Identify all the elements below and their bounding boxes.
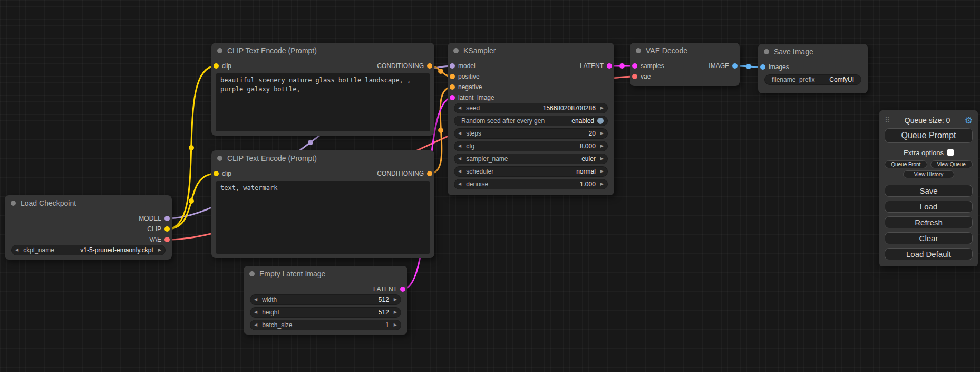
node-title: Empty Latent Image [259,270,325,278]
input-slot-clip[interactable] [214,171,219,176]
increment-arrow-icon[interactable]: ▶ [600,144,604,148]
node-title-bar[interactable]: Save Image [758,44,868,60]
increment-arrow-icon[interactable]: ▶ [158,248,161,252]
node-empty-latent-image[interactable]: Empty Latent Image LATENT ◀ width 512 ▶ … [244,266,407,335]
toggle-dot-icon[interactable] [597,118,604,124]
decrement-arrow-icon[interactable]: ◀ [15,248,18,252]
widget-label: ckpt_name [23,246,54,254]
increment-arrow-icon[interactable]: ▶ [394,310,397,314]
widget-height[interactable]: ◀ height 512 ▶ [250,307,401,318]
increment-arrow-icon[interactable]: ▶ [394,323,397,327]
node-title-bar[interactable]: VAE Decode [630,43,740,59]
collapse-dot-icon[interactable] [636,48,641,53]
decrement-arrow-icon[interactable]: ◀ [458,144,461,148]
prompt-textarea[interactable]: text, watermark [216,181,430,254]
decrement-arrow-icon[interactable]: ◀ [458,157,461,161]
input-slot-clip[interactable] [214,63,219,69]
collapse-dot-icon[interactable] [217,48,222,53]
increment-arrow-icon[interactable]: ▶ [394,298,397,302]
output-slot-conditioning[interactable] [427,171,432,176]
refresh-button[interactable]: Refresh [885,216,973,228]
decrement-arrow-icon[interactable]: ◀ [254,298,257,302]
increment-arrow-icon[interactable]: ▶ [600,131,604,136]
widget-value: 1.000 [580,180,596,188]
input-slot-vae[interactable] [632,74,637,79]
output-slot-latent[interactable] [400,287,405,292]
view-queue-button[interactable]: View Queue [930,160,973,168]
link-midpoint-clip-negative [189,198,194,204]
collapse-dot-icon[interactable] [249,271,255,276]
decrement-arrow-icon[interactable]: ◀ [254,310,257,314]
decrement-arrow-icon[interactable]: ◀ [254,323,257,327]
node-load-checkpoint[interactable]: Load Checkpoint MODEL CLIP VAE ◀ ckpt_na… [5,195,172,260]
queue-prompt-button[interactable]: Queue Prompt [885,128,973,143]
node-clip-text-encode-positive[interactable]: CLIP Text Encode (Prompt) clip CONDITION… [211,43,434,136]
view-history-button[interactable]: View History [903,170,954,178]
node-clip-text-encode-negative[interactable]: CLIP Text Encode (Prompt) clip CONDITION… [211,150,434,258]
load-default-button[interactable]: Load Default [885,248,973,260]
increment-arrow-icon[interactable]: ▶ [600,182,604,186]
output-slot-image[interactable] [732,63,738,69]
queue-small-buttons-row: Queue Front View Queue [885,160,973,168]
node-title-bar[interactable]: CLIP Text Encode (Prompt) [211,43,434,59]
increment-arrow-icon[interactable]: ▶ [600,106,604,110]
decrement-arrow-icon[interactable]: ◀ [458,106,461,110]
widget-random-seed-toggle[interactable]: Random seed after every gen enabled [454,116,608,126]
input-slot-negative[interactable] [450,84,455,90]
output-slot-clip[interactable] [164,226,170,232]
collapse-dot-icon[interactable] [453,48,459,53]
node-title-bar[interactable]: KSampler [448,43,614,59]
input-slot-images[interactable] [760,64,765,70]
save-button[interactable]: Save [885,185,973,197]
extra-options-checkbox[interactable] [947,149,954,156]
output-slot-model[interactable] [164,216,170,221]
widget-batch-size[interactable]: ◀ batch_size 1 ▶ [250,320,401,330]
widget-steps[interactable]: ◀ steps 20 ▶ [454,128,608,139]
output-slot-latent[interactable] [607,63,612,69]
node-title-bar[interactable]: CLIP Text Encode (Prompt) [211,150,434,166]
input-slot-latent-image[interactable] [450,95,455,100]
widget-width[interactable]: ◀ width 512 ▶ [250,294,401,305]
collapse-dot-icon[interactable] [11,201,16,206]
decrement-arrow-icon[interactable]: ◀ [458,182,461,186]
input-slot-positive[interactable] [450,74,455,79]
queue-front-button[interactable]: Queue Front [885,160,927,168]
input-label-vae: vae [641,73,651,80]
widget-scheduler[interactable]: ◀ scheduler normal ▶ [454,166,608,177]
link-midpoint-clip-positive [189,145,194,150]
clear-button[interactable]: Clear [885,232,973,244]
node-title-bar[interactable]: Empty Latent Image [244,266,407,282]
node-title: Save Image [774,47,813,56]
widget-seed[interactable]: ◀ seed 156680208700286 ▶ [454,103,608,113]
input-slot-model[interactable] [450,63,455,69]
output-slot-vae[interactable] [164,237,170,242]
collapse-dot-icon[interactable] [217,156,222,161]
prompt-textarea[interactable]: beautiful scenery nature glass bottle la… [216,73,430,131]
widget-sampler-name[interactable]: ◀ sampler_name euler ▶ [454,154,608,164]
node-save-image[interactable]: Save Image images filename_prefix ComfyU… [758,44,868,93]
slot-row: LATENT [244,284,407,294]
load-button[interactable]: Load [885,201,973,213]
node-title-bar[interactable]: Load Checkpoint [5,195,172,211]
node-title: CLIP Text Encode (Prompt) [227,154,317,163]
drag-handle-icon[interactable]: ⠿ [885,116,890,125]
node-vae-decode[interactable]: VAE Decode samples IMAGE vae [630,43,740,86]
decrement-arrow-icon[interactable]: ◀ [458,131,461,136]
input-slot-samples[interactable] [632,63,637,69]
increment-arrow-icon[interactable]: ▶ [600,157,604,161]
widget-label: Random seed after every gen [461,117,545,125]
widget-label: height [262,309,279,316]
settings-gear-icon[interactable]: ⚙ [965,116,973,125]
increment-arrow-icon[interactable]: ▶ [600,169,604,174]
output-slot-conditioning[interactable] [427,63,432,69]
decrement-arrow-icon[interactable]: ◀ [458,169,461,174]
collapse-dot-icon[interactable] [764,49,769,54]
widget-denoise[interactable]: ◀ denoise 1.000 ▶ [454,179,608,189]
widget-label: filename_prefix [772,76,814,83]
widget-cfg[interactable]: ◀ cfg 8.000 ▶ [454,141,608,151]
widget-value: euler [581,155,596,163]
node-ksampler[interactable]: KSampler model LATENT positive negative … [448,43,614,195]
widget-ckpt-name[interactable]: ◀ ckpt_name v1-5-pruned-emaonly.ckpt ▶ [11,245,166,255]
widget-filename-prefix[interactable]: filename_prefix ComfyUI [764,74,861,85]
input-label-clip: clip [222,170,231,177]
